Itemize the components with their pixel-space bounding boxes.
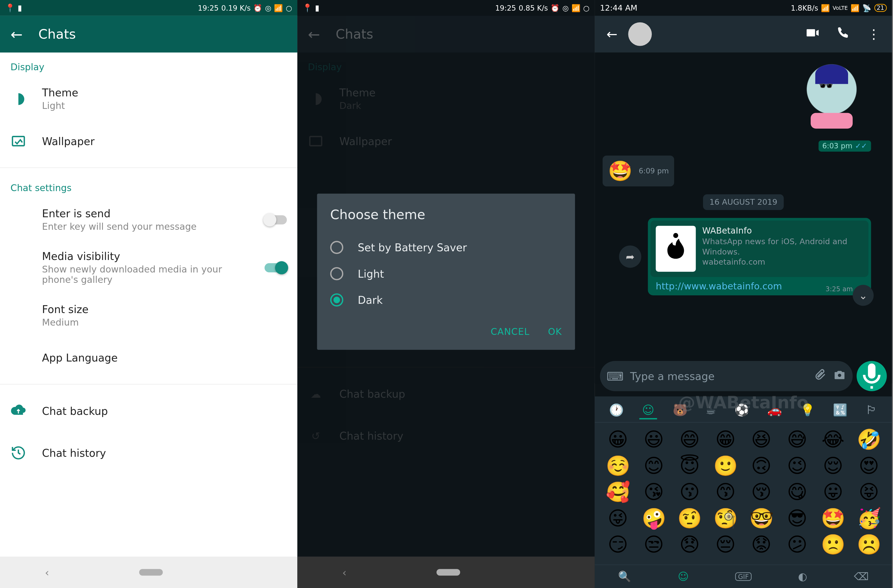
- backspace-icon[interactable]: ⌫: [854, 570, 869, 583]
- emoji-item[interactable]: 😂: [816, 428, 850, 452]
- font-size-row[interactable]: Font size Medium: [0, 294, 297, 337]
- incoming-message[interactable]: 🤩 6:09 pm: [603, 155, 674, 186]
- wallpaper-title: Wallpaper: [339, 135, 584, 147]
- travel-tab-icon[interactable]: 🚗: [765, 402, 784, 420]
- emoji-item[interactable]: 😁: [709, 428, 742, 452]
- smileys-tab-icon[interactable]: ☺: [639, 402, 657, 420]
- wallpaper-row[interactable]: Wallpaper: [0, 120, 297, 162]
- mic-button[interactable]: [857, 361, 887, 391]
- gif-mode-icon[interactable]: GIF: [735, 572, 752, 580]
- app-language-row[interactable]: App Language: [0, 337, 297, 379]
- emoji-item[interactable]: 😃: [637, 428, 670, 452]
- emoji-item[interactable]: 🤣: [852, 428, 885, 452]
- enter-send-row[interactable]: Enter is send Enter key will send your m…: [0, 198, 297, 241]
- emoji-item[interactable]: 😇: [673, 454, 706, 478]
- emoji-item[interactable]: 😆: [745, 428, 778, 452]
- back-icon[interactable]: ←: [308, 26, 320, 42]
- attach-icon[interactable]: [813, 368, 826, 384]
- emoji-item[interactable]: 😝: [852, 480, 885, 504]
- status-time: 12:44 AM: [600, 3, 637, 12]
- emoji-item[interactable]: 😌: [816, 454, 850, 478]
- media-vis-switch[interactable]: [265, 263, 287, 272]
- voice-call-icon[interactable]: [830, 26, 857, 42]
- emoji-item[interactable]: 😍: [852, 454, 885, 478]
- nav-home-pill[interactable]: [139, 569, 162, 576]
- chat-body: 🕶️ 6:03 pm✓✓ 🤩 6:09 pm 16 AUGUST 2019 ➦ …: [595, 53, 892, 383]
- emoji-item[interactable]: 😕: [780, 533, 814, 557]
- nav-back-icon[interactable]: ‹: [45, 566, 49, 579]
- emoji-item[interactable]: 😀: [601, 428, 634, 452]
- chat-backup-row[interactable]: Chat backup: [0, 390, 297, 432]
- emoji-item[interactable]: 🙁: [816, 533, 850, 557]
- enter-send-switch[interactable]: [265, 215, 287, 224]
- emoji-item[interactable]: 😋: [780, 480, 814, 504]
- emoji-item[interactable]: 😗: [673, 480, 706, 504]
- emoji-item[interactable]: 🤨: [673, 507, 706, 530]
- activity-tab-icon[interactable]: ⚽: [732, 402, 752, 420]
- ok-button[interactable]: OK: [548, 326, 562, 337]
- emoji-item[interactable]: 🙂: [709, 454, 742, 478]
- back-icon[interactable]: ←: [11, 26, 23, 42]
- outgoing-time: 6:03 pm✓✓: [818, 140, 871, 152]
- sticker-mode-icon[interactable]: ◐: [798, 570, 807, 583]
- forward-icon[interactable]: ➦: [619, 245, 642, 268]
- link-preview-message[interactable]: ➦ WABetaInfo WhatsApp news for iOS, Andr…: [648, 218, 871, 295]
- emoji-item[interactable]: 🥳: [852, 507, 885, 530]
- theme-option-dark[interactable]: Dark: [330, 287, 562, 313]
- more-icon[interactable]: ⋮: [861, 26, 887, 42]
- emoji-item[interactable]: 😏: [601, 533, 634, 557]
- scroll-down-icon[interactable]: ⌄: [853, 285, 873, 306]
- emoji-item[interactable]: 😎: [780, 507, 814, 530]
- emoji-item[interactable]: 🙃: [745, 454, 778, 478]
- battery-icon: ▮: [315, 3, 319, 12]
- theme-option-battery[interactable]: Set by Battery Saver: [330, 235, 562, 260]
- emoji-item[interactable]: 😅: [780, 428, 814, 452]
- emoji-item[interactable]: 😒: [637, 533, 670, 557]
- emoji-item[interactable]: 😙: [709, 480, 742, 504]
- emoji-item[interactable]: 🤓: [745, 507, 778, 530]
- video-call-icon[interactable]: [799, 25, 826, 43]
- emoji-item[interactable]: 😜: [601, 507, 634, 530]
- emoji-item[interactable]: 😔: [709, 533, 742, 557]
- animals-tab-icon[interactable]: 🐻: [670, 402, 690, 420]
- message-input[interactable]: ⌨ Type a message: [600, 361, 853, 391]
- back-icon[interactable]: ←: [600, 26, 624, 42]
- divider: [0, 167, 297, 168]
- emoji-mode-icon[interactable]: ☺: [678, 570, 689, 583]
- nav-back-icon[interactable]: ‹: [342, 566, 346, 579]
- radio-icon: [330, 241, 343, 254]
- chat-history-row[interactable]: Chat history: [0, 432, 297, 474]
- emoji-item[interactable]: 😛: [816, 480, 850, 504]
- theme-option-light[interactable]: Light: [330, 260, 562, 287]
- search-icon[interactable]: 🔍: [618, 570, 631, 583]
- cancel-button[interactable]: CANCEL: [491, 326, 529, 337]
- emoji-item[interactable]: 🤪: [637, 507, 670, 530]
- theme-dialog: Choose theme Set by Battery Saver Light …: [317, 194, 575, 350]
- emoji-item[interactable]: 😚: [745, 480, 778, 504]
- theme-row[interactable]: Theme Light: [0, 77, 297, 120]
- food-tab-icon[interactable]: ☕: [703, 402, 719, 420]
- recent-tab-icon[interactable]: 🕐: [607, 402, 626, 420]
- emoji-item[interactable]: 😟: [745, 533, 778, 557]
- emoji-item[interactable]: 😄: [673, 428, 706, 452]
- flags-tab-icon[interactable]: 🏳: [863, 402, 880, 420]
- emoji-item[interactable]: ☹️: [852, 533, 885, 557]
- avatar[interactable]: [628, 22, 652, 46]
- emoji-item[interactable]: 🧐: [709, 507, 742, 530]
- keyboard-icon[interactable]: ⌨: [607, 369, 624, 383]
- objects-tab-icon[interactable]: 💡: [797, 402, 817, 420]
- emoji-item[interactable]: 😞: [673, 533, 706, 557]
- link-title: WABetaInfo: [702, 226, 863, 236]
- nav-home-pill[interactable]: [436, 569, 460, 576]
- media-visibility-row[interactable]: Media visibility Show newly downloaded m…: [0, 241, 297, 294]
- emoji-item[interactable]: 😊: [637, 454, 670, 478]
- camera-icon[interactable]: [833, 368, 846, 384]
- emoji-item[interactable]: 🥰: [601, 480, 634, 504]
- emoji-item[interactable]: 😘: [637, 480, 670, 504]
- emoji-item[interactable]: 😉: [780, 454, 814, 478]
- emoji-item[interactable]: 🤩: [816, 507, 850, 530]
- sticker-message[interactable]: 🕶️: [792, 58, 871, 136]
- svg-point-2: [673, 233, 678, 238]
- emoji-item[interactable]: ☺️: [601, 454, 634, 478]
- symbols-tab-icon[interactable]: 🔣: [830, 402, 850, 420]
